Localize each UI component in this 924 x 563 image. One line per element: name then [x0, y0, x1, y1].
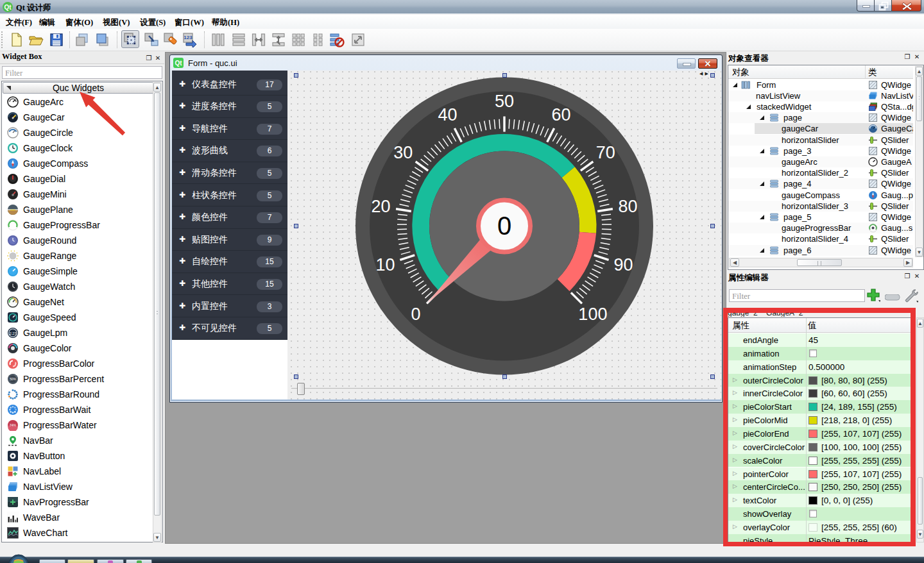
svg-text:Qt: Qt	[175, 60, 182, 67]
svg-text:74%: 74%	[10, 423, 17, 427]
svg-text:2.27: 2.27	[10, 332, 17, 335]
svg-text:Qt: Qt	[4, 4, 12, 11]
svg-text:50%: 50%	[10, 378, 16, 381]
svg-text:123: 123	[184, 35, 193, 40]
